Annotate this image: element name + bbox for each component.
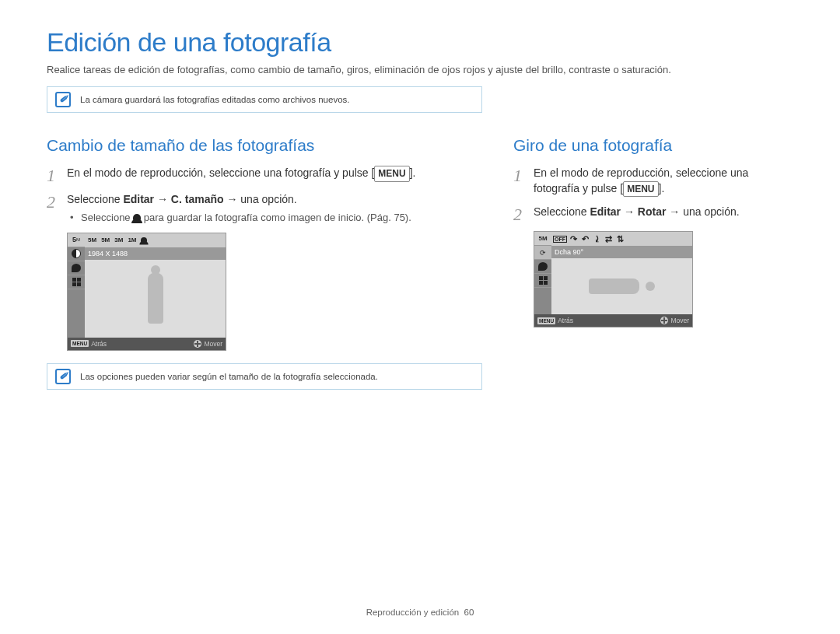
text: Seleccione (81, 212, 133, 223)
sub-bullet: • Seleccione para guardar la fotografía … (67, 211, 482, 225)
note-options-vary: ✐ Las opciones pueden variar según el ta… (47, 363, 482, 390)
grid-icon (68, 275, 85, 289)
screen-topbar: 5M 5M 3M 1M (85, 233, 226, 247)
rotate-180-icon: ⤸ (592, 234, 602, 244)
screen-preview (551, 258, 692, 314)
screen-bottombar: MENU Atrás Mover (534, 314, 692, 327)
bold: Rotar (638, 205, 667, 218)
menu-chip-icon: MENU (537, 317, 555, 324)
grid-icon (534, 274, 551, 288)
back-label: Atrás (91, 340, 107, 348)
screen-sidebar: 5M (68, 233, 85, 338)
screen-sidebar: 5M ⟳ (534, 232, 551, 314)
off-opt: OFF (553, 236, 567, 243)
menu-key: MENU (374, 166, 409, 182)
size-icon: 5M (534, 232, 551, 246)
arrow-icon: → (154, 193, 171, 205)
size-opt: 1M (126, 236, 138, 244)
step-body: Seleccione Editar → Rotar → una opción. (534, 205, 793, 223)
dpad-icon (194, 340, 201, 348)
page-title: Edición de una fotografía (47, 27, 793, 58)
dpad-icon (660, 317, 668, 324)
flip-v-icon: ⇅ (615, 234, 625, 244)
flip-h-icon: ⇄ (604, 234, 614, 244)
screen-preview (85, 260, 226, 338)
heading-resize: Cambio de tamaño de las fotografías (47, 136, 482, 155)
move-label: Mover (670, 317, 689, 324)
person-silhouette-rotated-icon (589, 275, 655, 297)
column-resize: Cambio de tamaño de las fotografías 1 En… (47, 136, 482, 413)
footer-page-number: 60 (464, 608, 474, 617)
text: Seleccione (534, 205, 590, 218)
page-footer: Reproducción y edición 60 (0, 608, 840, 617)
note-saved-as-new: ✐ La cámara guardará las fotografías edi… (47, 86, 482, 113)
rotate-right-icon: ↷ (569, 234, 579, 244)
portrait-icon (141, 237, 147, 243)
bold: Editar (590, 205, 621, 218)
menu-key: MENU (623, 181, 658, 198)
footer-section: Reproducción y edición (366, 608, 460, 617)
screen-infobar: 1984 X 1488 (85, 247, 226, 260)
screen-bottombar: MENU Atrás Mover (68, 338, 226, 350)
heading-rotate: Giro de una fotografía (513, 136, 793, 155)
text: En el modo de reproducción, seleccione u… (67, 166, 374, 179)
step-number: 1 (513, 166, 534, 197)
sidebar-spacer (534, 288, 551, 314)
palette-icon (68, 261, 85, 275)
text: ]. (410, 166, 416, 179)
text: Seleccione (67, 193, 123, 205)
resize-icon: 5M (68, 233, 85, 247)
intro-text: Realice tareas de edición de fotografías… (47, 64, 793, 75)
camera-screen-resize: 5M 5M 5M 3M 1M 1984 X 1488 (67, 233, 226, 351)
screen-main: OFF ↷ ↶ ⤸ ⇄ ⇅ Dcha 90° (551, 232, 692, 314)
contrast-icon (68, 247, 85, 261)
resize-step-2: 2 Seleccione Editar → C. tamaño → una op… (47, 192, 482, 225)
bullet-dot-icon: • (70, 211, 81, 225)
person-silhouette-icon (145, 265, 166, 331)
camera-screen-rotate: 5M ⟳ OFF ↷ ↶ ⤸ ⇄ ⇅ Dcha 90° (534, 231, 693, 328)
screen-main: 5M 5M 3M 1M 1984 X 1488 (85, 233, 226, 338)
move-label: Mover (204, 340, 222, 348)
note-text: La cámara guardará las fotografías edita… (80, 95, 349, 104)
rotate-left-icon: ↶ (580, 234, 590, 244)
menu-chip-icon: MENU (71, 340, 89, 347)
rotate-icon: ⟳ (534, 246, 551, 260)
step-number: 1 (47, 166, 67, 184)
resize-step-1: 1 En el modo de reproducción, seleccione… (47, 166, 482, 184)
bullet-text: Seleccione para guardar la fotografía co… (81, 211, 411, 225)
size-opt: 5M (100, 236, 111, 244)
screen-infobar: Dcha 90° (551, 246, 692, 258)
text: ]. (659, 182, 665, 194)
column-rotate: Giro de una fotografía 1 En el modo de r… (513, 136, 793, 413)
note-text: Las opciones pueden variar según el tama… (80, 372, 378, 381)
step-body: En el modo de reproducción, seleccione u… (534, 166, 793, 197)
size-opt: 3M (113, 236, 124, 244)
bold: Editar (123, 193, 154, 205)
step-number: 2 (513, 205, 534, 223)
bold: C. tamaño (171, 193, 224, 205)
rotate-step-1: 1 En el modo de reproducción, seleccione… (513, 166, 793, 197)
text: para guardar la fotografía como imagen d… (141, 212, 411, 223)
rotate-step-2: 2 Seleccione Editar → Rotar → una opción… (513, 205, 793, 223)
text: → una opción. (666, 205, 739, 218)
step-body: Seleccione Editar → C. tamaño → una opci… (67, 192, 482, 225)
step-number: 2 (47, 192, 67, 225)
back-label: Atrás (558, 317, 573, 324)
text: → una opción. (224, 193, 297, 205)
step-body: En el modo de reproducción, seleccione u… (67, 166, 482, 184)
note-icon: ✐ (55, 92, 71, 107)
sidebar-spacer (68, 289, 85, 338)
size-opt: 5M (86, 236, 98, 244)
note-icon: ✐ (55, 369, 71, 384)
portrait-icon (133, 214, 141, 222)
screen-topbar: OFF ↷ ↶ ⤸ ⇄ ⇅ (551, 232, 692, 246)
arrow-icon: → (621, 205, 638, 218)
palette-icon (534, 260, 551, 274)
